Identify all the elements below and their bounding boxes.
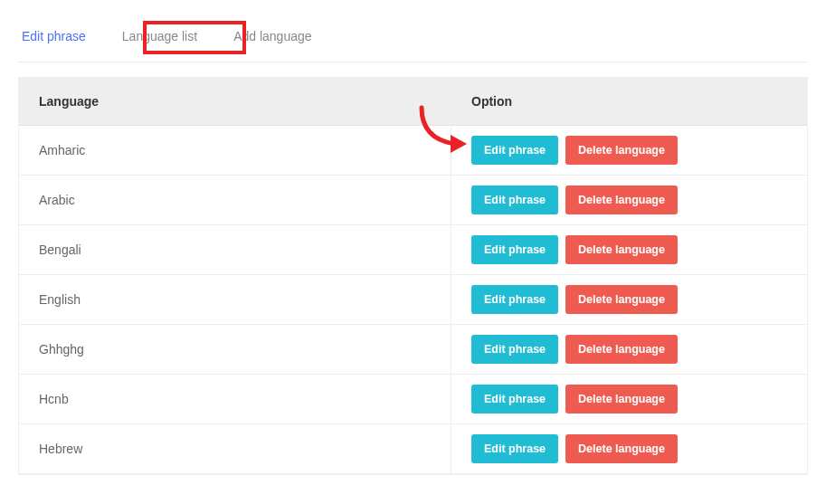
header-option: Option <box>451 78 807 125</box>
edit-phrase-button[interactable]: Edit phrase <box>471 235 558 264</box>
header-language: Language <box>19 78 451 125</box>
language-name: Arabic <box>19 176 451 224</box>
table-row: AmharicEdit phraseDelete language <box>19 126 807 176</box>
language-name: Amharic <box>19 126 451 175</box>
edit-phrase-button[interactable]: Edit phrase <box>471 385 558 414</box>
delete-language-button[interactable]: Delete language <box>565 335 678 364</box>
tab-add-language[interactable]: Add language <box>233 27 311 45</box>
table-row: ArabicEdit phraseDelete language <box>19 176 807 225</box>
tab-edit-phrase[interactable]: Edit phrase <box>22 27 86 45</box>
table-row: BengaliEdit phraseDelete language <box>19 225 807 275</box>
delete-language-button[interactable]: Delete language <box>565 185 678 214</box>
option-cell: Edit phraseDelete language <box>451 225 807 274</box>
language-name: Ghhghg <box>19 325 451 374</box>
language-name: Bengali <box>19 225 451 274</box>
option-cell: Edit phraseDelete language <box>451 325 807 374</box>
table-row: HcnbEdit phraseDelete language <box>19 375 807 424</box>
option-cell: Edit phraseDelete language <box>451 424 807 473</box>
table-row: HebrewEdit phraseDelete language <box>19 424 807 474</box>
delete-language-button[interactable]: Delete language <box>565 136 678 165</box>
table-row: EnglishEdit phraseDelete language <box>19 275 807 325</box>
edit-phrase-button[interactable]: Edit phrase <box>471 434 558 463</box>
edit-phrase-button[interactable]: Edit phrase <box>471 335 558 364</box>
delete-language-button[interactable]: Delete language <box>565 285 678 314</box>
delete-language-button[interactable]: Delete language <box>565 235 678 264</box>
option-cell: Edit phraseDelete language <box>451 126 807 175</box>
table-header: Language Option <box>19 78 807 126</box>
edit-phrase-button[interactable]: Edit phrase <box>471 136 558 165</box>
option-cell: Edit phraseDelete language <box>451 375 807 423</box>
delete-language-button[interactable]: Delete language <box>565 385 678 414</box>
edit-phrase-button[interactable]: Edit phrase <box>471 285 558 314</box>
language-name: Hcnb <box>19 375 451 423</box>
option-cell: Edit phraseDelete language <box>451 176 807 224</box>
language-name: English <box>19 275 451 324</box>
option-cell: Edit phraseDelete language <box>451 275 807 324</box>
tabs-nav: Edit phrase Language list Add language <box>18 0 808 62</box>
table-row: GhhghgEdit phraseDelete language <box>19 325 807 375</box>
edit-phrase-button[interactable]: Edit phrase <box>471 185 558 214</box>
delete-language-button[interactable]: Delete language <box>565 434 678 463</box>
language-name: Hebrew <box>19 424 451 473</box>
tab-language-list[interactable]: Language list <box>122 27 197 45</box>
language-table: Language Option AmharicEdit phraseDelete… <box>18 77 808 475</box>
